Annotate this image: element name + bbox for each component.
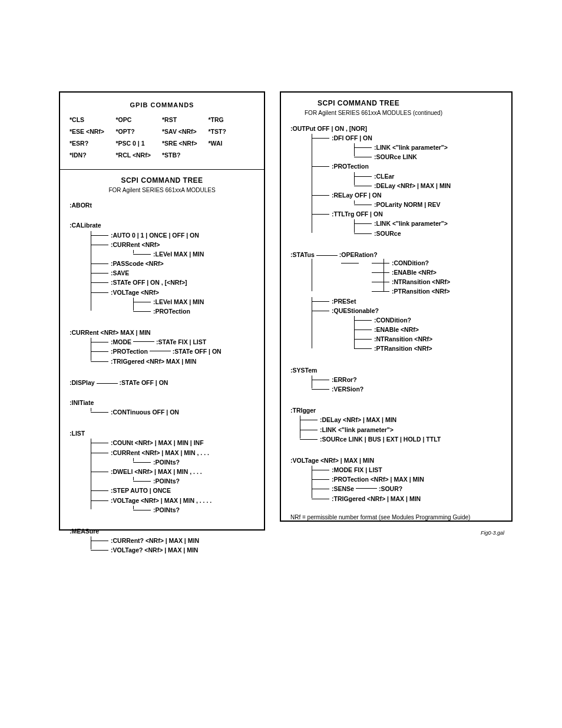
gpib-cmd: *RST xyxy=(162,116,209,124)
gpib-cmd: *ESR? xyxy=(70,139,116,147)
stat-op-ptr: :PTRansition <NRf> xyxy=(379,287,504,295)
display-state: :STATe OFF | ON xyxy=(120,378,168,387)
footnote: NRf = permissible number format (see Mod… xyxy=(290,513,504,522)
gpib-grid: *CLS *OPC *RST *TRG *ESE <NRf> *OPT? *SA… xyxy=(67,116,257,166)
scpi-sub-right: FOR Agilent SERIES 661xxA MODULES (conti… xyxy=(305,109,504,117)
current-root: :CURRent <NRf> MAX | MIN xyxy=(70,328,257,337)
trig-link: :LINK <"link parameter"> xyxy=(307,426,504,434)
scpi-title-left: SCPI COMMAND TREE xyxy=(67,176,257,185)
gpib-cmd xyxy=(209,151,255,159)
gpib-cmd: *WAI xyxy=(209,139,255,147)
list-voltage: :VOLTage <NRf> | MAX | MIN , . . . . :PO… xyxy=(98,496,257,514)
list-step: :STEP AUTO | ONCE xyxy=(98,486,257,495)
cur-trig: :TRIGgered <NRf> MAX | MIN xyxy=(98,357,257,365)
stat-q-cond: :CONDition? xyxy=(361,316,504,324)
volt-mode: :MODE FIX | LIST xyxy=(319,466,504,474)
cal-auto: :AUTO 0 | 1 | ONCE | OFF | ON xyxy=(98,231,257,239)
volt-sense: :SENSe:SOUR? xyxy=(319,485,504,493)
stat-q-ntr: :NTRansition <NRf> xyxy=(361,335,504,343)
cal-volt-prot: :PROTection xyxy=(140,307,257,315)
out-ttltrg: :TTLTrg OFF | ON :LINK <"link parameter"… xyxy=(319,210,504,238)
status-root: :STATus xyxy=(290,251,315,259)
gpib-cmd: *ESE <NRf> xyxy=(70,127,116,136)
initiate-root: :INITiate xyxy=(70,398,257,407)
gpib-cmd: *PSC 0 | 1 xyxy=(116,139,163,147)
meas-current: :CURRent? <NRf> | MAX | MIN xyxy=(98,536,257,545)
gpib-cmd: *OPT? xyxy=(116,127,163,136)
list-cur-points: :POINts? xyxy=(140,458,257,466)
measure-root: :MEASure xyxy=(70,527,99,535)
trig-delay: :DELay <NRf> | MAX | MIN xyxy=(307,416,504,424)
cal-passcode: :PASScode <NRf> xyxy=(98,259,257,268)
stat-q-ptr: :PTRansition <NRf> xyxy=(361,344,504,353)
out-relay: :RELay OFF | ON :POLarity NORM | REV xyxy=(319,191,504,209)
stat-op-enable: :ENABle <NRf> xyxy=(379,268,504,276)
gpib-cmd: *OPC xyxy=(116,116,163,124)
scpi-title-right: SCPI COMMAND TREE xyxy=(318,98,504,108)
gpib-cmd: *CLS xyxy=(70,116,116,124)
gpib-cmd: *TRG xyxy=(209,116,255,124)
right-panel: SCPI COMMAND TREE FOR Agilent SERIES 661… xyxy=(280,91,513,522)
out-ttl-link: :LINK <"link parameter"> xyxy=(361,219,504,228)
gpib-cmd: *TST? xyxy=(209,127,255,136)
gpib-cmd: *SRE <NRf> xyxy=(162,139,209,147)
out-ttl-source: :SOURce xyxy=(361,229,504,238)
gpib-cmd: *RCL <NRf> xyxy=(116,151,163,159)
abort-root: :ABORt xyxy=(70,201,257,209)
gpib-cmd: *IDN? xyxy=(70,151,116,159)
trigger-root: :TRIgger xyxy=(290,406,504,414)
cal-save: :SAVE xyxy=(98,269,257,277)
gpib-cmd: *SAV <NRf> xyxy=(162,127,209,136)
list-volt-points: :POINts? xyxy=(140,506,257,514)
scpi-tree-right: :OUTPut OFF | ON , [NOR] :DFI OFF | ON :… xyxy=(288,124,504,537)
gpib-cmd: *STB? xyxy=(162,151,209,159)
volt-prot: :PROTection <NRf> | MAX | MIN xyxy=(319,475,504,483)
out-dfi-link: :LINK <"link parameter"> xyxy=(361,143,504,151)
out-prot: :PROTection :CLEar :DELay <NRf> | MAX | … xyxy=(319,162,504,190)
status-oper: :OPERation? xyxy=(339,251,378,259)
stat-preset: :PRESet xyxy=(319,297,504,305)
cal-volt-level: :LEVel MAX | MIN xyxy=(140,298,257,306)
figure-ref: Fig0-3.gal xyxy=(290,529,504,536)
gpib-title: GPIB COMMANDS xyxy=(67,101,257,110)
sys-error: :ERRor? xyxy=(319,375,504,384)
stat-op-ntr: :NTRansition <NRf> xyxy=(379,278,504,286)
scpi-tree-left: :ABORt :CALibrate :AUTO 0 | 1 | ONCE | O… xyxy=(67,201,257,554)
left-panel: GPIB COMMANDS *CLS *OPC *RST *TRG *ESE <… xyxy=(59,91,265,531)
sys-version: :VERSion? xyxy=(319,385,504,393)
stat-quest: :QUEStionable? :CONDition? :ENABle <NRf>… xyxy=(319,307,504,353)
system-root: :SYSTem xyxy=(290,366,317,374)
cur-mode: :MODE:STATe FIX | LIST xyxy=(98,338,257,346)
cal-current-level: :LEVel MAX | MIN xyxy=(140,250,257,258)
meas-voltage: :VOLTage? <NRf> | MAX | MIN xyxy=(98,546,257,554)
init-cont: :CONTinuous OFF | ON xyxy=(98,408,257,416)
calibrate-root: :CALibrate xyxy=(70,221,101,229)
out-dfi: :DFI OFF | ON :LINK <"link parameter"> :… xyxy=(319,134,504,162)
out-prot-clear: :CLEar xyxy=(361,172,504,180)
out-prot-delay: :DELay <NRf> | MAX | MIN xyxy=(361,182,504,190)
stat-q-enable: :ENABle <NRf> xyxy=(361,325,504,334)
out-relay-pol: :POLarity NORM | REV xyxy=(361,200,504,209)
cal-current: :CURRent <NRf> :LEVel MAX | MIN xyxy=(98,241,257,258)
list-count: :COUNt <NRf> | MAX | MIN | INF xyxy=(98,439,257,447)
list-root: :LIST xyxy=(70,429,85,437)
volt-trig: :TRIGgered <NRf> | MAX | MIN xyxy=(319,495,504,503)
out-dfi-source: :SOURce LINK xyxy=(361,153,504,161)
cur-prot: :PROTection:STATe OFF | ON xyxy=(98,347,257,355)
cal-voltage: :VOLTage <NRf> :LEVel MAX | MIN :PROTect… xyxy=(98,288,257,316)
divider xyxy=(60,169,264,170)
display-root: :DISPlay xyxy=(70,378,95,387)
stat-op-cond: :CONDition? xyxy=(379,259,504,267)
list-dwell-points: :POINts? xyxy=(140,477,257,485)
scpi-sub-left: FOR Agilent SERIES 661xxA MODULES xyxy=(67,186,257,195)
trig-source: :SOURce LINK | BUS | EXT | HOLD | TTLT xyxy=(307,435,504,443)
cal-state: :STATe OFF | ON , [<NRf>] xyxy=(98,278,257,286)
voltage-root: :VOLTage <NRf> | MAX | MIN xyxy=(290,456,504,465)
output-root: :OUTPut OFF | ON , [NOR] xyxy=(290,124,504,133)
list-dwell: :DWELl <NRf> | MAX | MIN , . . . :POINts… xyxy=(98,467,257,485)
list-current: :CURRent <NRf> | MAX | MIN , . . . :POIN… xyxy=(98,449,257,466)
